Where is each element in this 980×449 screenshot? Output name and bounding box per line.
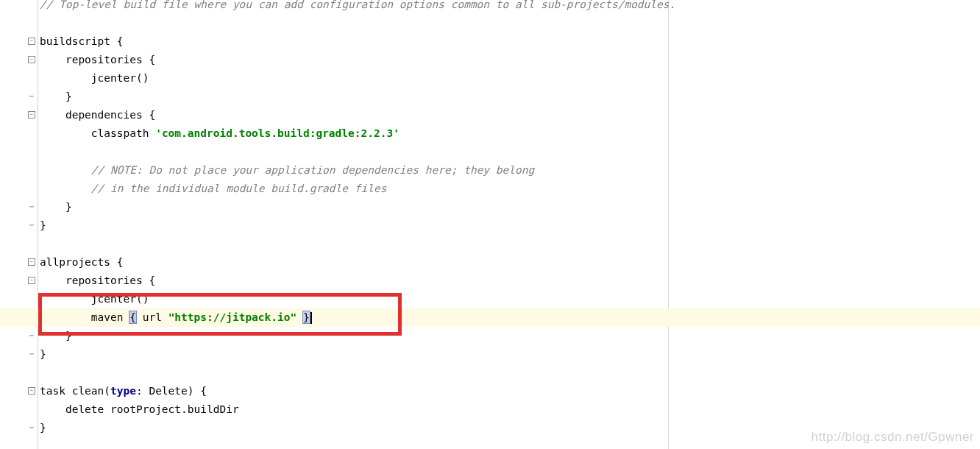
fold-end-icon (28, 333, 35, 340)
fold-end-icon (28, 425, 35, 432)
fold-column (27, 0, 38, 449)
code-line[interactable]: // Top-level build file where you can ad… (40, 0, 675, 14)
fold-end-icon (28, 222, 35, 230)
code-line[interactable]: // NOTE: Do not place your application d… (40, 161, 534, 180)
fold-toggle-icon[interactable] (28, 38, 35, 45)
code-line[interactable]: repositories { (40, 51, 155, 69)
right-margin-guide (668, 0, 669, 449)
text-caret (310, 312, 312, 324)
fold-toggle-icon[interactable] (28, 277, 35, 284)
fold-toggle-icon[interactable] (28, 111, 35, 119)
code-line[interactable]: // in the individual module build.gradle… (40, 180, 386, 198)
fold-end-icon (28, 93, 35, 101)
watermark: http://blog.csdn.net/Gpwner (812, 430, 974, 445)
editor-container: 💡 // Top-level build file where you can … (0, 0, 980, 449)
code-line[interactable]: classpath 'com.android.tools.build:gradl… (40, 124, 400, 143)
code-line[interactable]: } (40, 419, 46, 437)
code-line[interactable]: } (40, 327, 72, 345)
code-line[interactable]: maven { url "https://jitpack.io" } (40, 308, 312, 327)
code-line[interactable]: repositories { (40, 272, 155, 290)
fold-toggle-icon[interactable] (28, 258, 35, 266)
code-line[interactable]: } (40, 216, 46, 235)
fold-toggle-icon[interactable] (28, 387, 35, 395)
code-line[interactable]: buildscript { (40, 32, 124, 51)
code-line[interactable]: dependencies { (40, 106, 155, 124)
fold-end-icon (28, 351, 35, 358)
fold-toggle-icon[interactable] (28, 56, 35, 63)
fold-end-icon (28, 204, 35, 211)
code-line[interactable]: delete rootProject.buildDir (40, 400, 239, 419)
code-line[interactable]: } (40, 345, 46, 364)
code-line[interactable]: } (40, 198, 72, 216)
code-line[interactable]: task clean(type: Delete) { (40, 382, 207, 400)
gutter: 💡 (0, 0, 38, 449)
code-line[interactable]: jcenter() (40, 290, 149, 308)
code-line[interactable]: jcenter() (40, 69, 149, 88)
code-area[interactable]: // Top-level build file where you can ad… (38, 0, 980, 449)
code-line[interactable]: } (40, 88, 72, 106)
code-line[interactable]: allprojects { (40, 253, 124, 272)
